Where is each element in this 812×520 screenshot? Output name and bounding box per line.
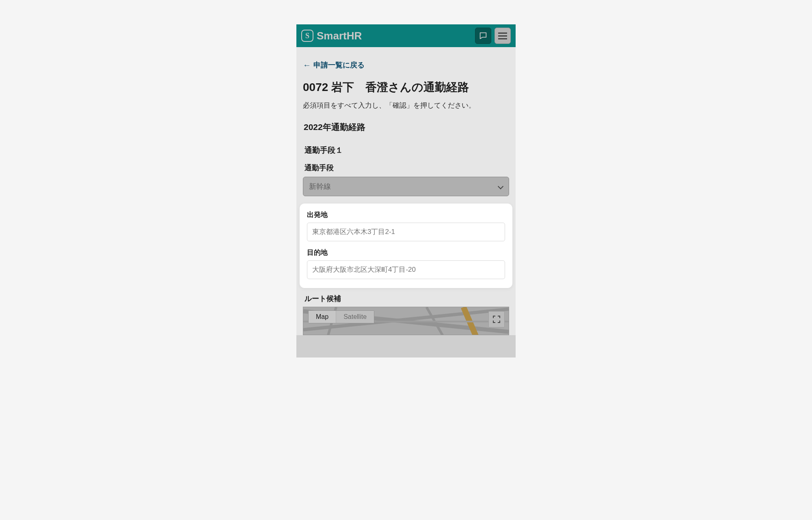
group1-label: 通勤手段１ — [303, 145, 509, 156]
back-link[interactable]: ← 申請一覧に戻る — [303, 60, 509, 70]
header-actions — [475, 28, 511, 44]
fullscreen-icon — [493, 316, 500, 323]
map-tab-map[interactable]: Map — [309, 311, 336, 323]
destination-label: 目的地 — [307, 248, 505, 257]
origin-destination-card: 出発地 目的地 — [300, 204, 512, 288]
section-title: 2022年通勤経路 — [304, 121, 509, 133]
commute-form: 通勤手段１ 通勤手段 新幹線 — [303, 142, 509, 196]
chat-icon — [479, 31, 488, 40]
map-type-tabs: Map Satellite — [308, 310, 374, 323]
page-help: 必須項目をすべて入力し、「確認」を押してください。 — [303, 101, 509, 110]
origin-input[interactable] — [307, 223, 505, 241]
brand: S SmartHR — [301, 30, 362, 42]
map-fullscreen-button[interactable] — [488, 311, 505, 327]
page-title: 0072 岩下 香澄さんの通勤経路 — [303, 80, 509, 95]
brand-logo-icon: S — [301, 30, 313, 42]
menu-button[interactable] — [495, 28, 511, 44]
route-candidates-label: ルート候補 — [304, 294, 509, 303]
brand-name: SmartHR — [317, 30, 362, 42]
map-container[interactable]: Map Satellite — [303, 307, 509, 335]
page-body: ← 申請一覧に戻る 0072 岩下 香澄さんの通勤経路 必須項目をすべて入力し、… — [296, 47, 516, 335]
means-select-wrap: 新幹線 — [303, 177, 509, 196]
back-arrow-icon: ← — [303, 61, 311, 69]
chat-button[interactable] — [475, 28, 491, 44]
back-link-label: 申請一覧に戻る — [313, 60, 365, 70]
means-label: 通勤手段 — [303, 163, 509, 173]
means-select-value: 新幹線 — [309, 182, 331, 191]
origin-label: 出発地 — [307, 210, 505, 219]
app-header: S SmartHR — [296, 24, 516, 47]
hamburger-icon — [498, 32, 507, 39]
destination-input[interactable] — [307, 260, 505, 279]
app-viewport: S SmartHR ← 申請一覧に戻る 0072 岩下 香澄さんの通勤経路 — [296, 24, 516, 358]
means-select[interactable]: 新幹線 — [303, 177, 509, 196]
map-tab-satellite[interactable]: Satellite — [336, 311, 374, 323]
